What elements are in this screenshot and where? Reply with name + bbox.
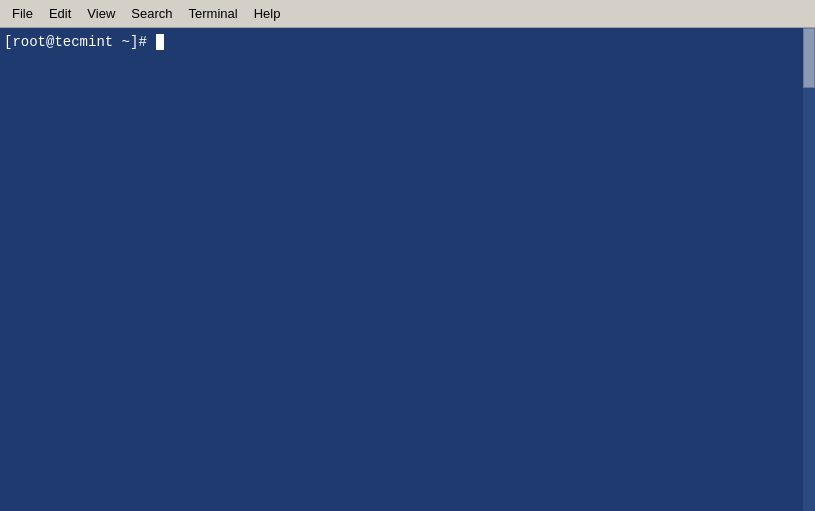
prompt-line: [root@tecmint ~]#	[4, 34, 811, 50]
prompt-text: [root@tecmint ~]#	[4, 34, 155, 50]
menu-item-help[interactable]: Help	[246, 3, 289, 24]
terminal-body[interactable]: [root@tecmint ~]#	[0, 28, 815, 511]
menu-item-search[interactable]: Search	[123, 3, 180, 24]
menu-item-terminal[interactable]: Terminal	[181, 3, 246, 24]
scrollbar-thumb[interactable]	[803, 28, 815, 88]
menu-item-edit[interactable]: Edit	[41, 3, 79, 24]
terminal-cursor	[156, 34, 164, 50]
menu-item-file[interactable]: File	[4, 3, 41, 24]
menubar: File Edit View Search Terminal Help	[0, 0, 815, 28]
menu-item-view[interactable]: View	[79, 3, 123, 24]
scrollbar-track[interactable]	[803, 28, 815, 511]
